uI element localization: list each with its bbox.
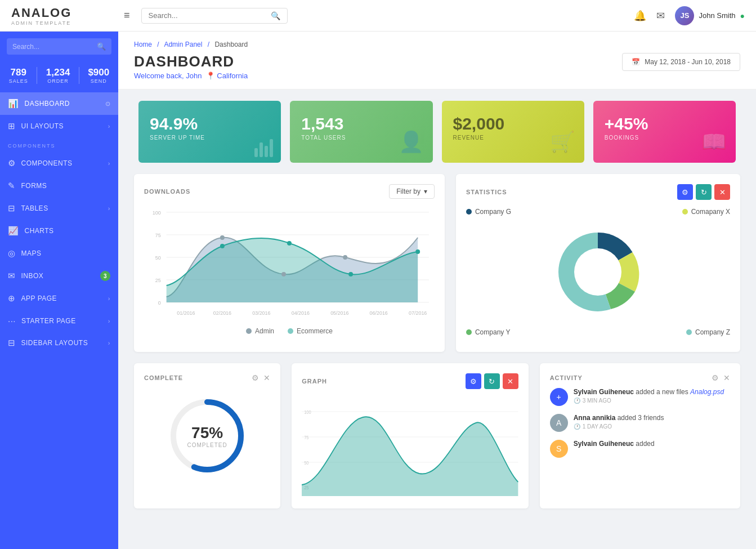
donut-labels-bottom: Company Y Company Z	[466, 328, 730, 336]
activity-time-1: 🕐 3 MIN AGO	[574, 398, 724, 404]
welcome-text: Welcome back, John	[134, 72, 202, 80]
sidebar-item-label-components: COMPONENTS	[21, 159, 73, 167]
breadcrumb-home[interactable]: Home	[134, 41, 152, 48]
sidebar-item-inbox[interactable]: ✉ INBOX 3	[0, 265, 118, 287]
chevron-icon-sidebar: ›	[108, 340, 110, 346]
notification-button[interactable]: 🔔	[634, 10, 646, 22]
company-y-dot	[466, 329, 472, 335]
filter-label: Filter by	[396, 188, 421, 195]
legend-company-x: Comapany X	[682, 208, 730, 216]
company-x-label: Comapany X	[691, 208, 730, 216]
hamburger-button[interactable]: ≡	[124, 10, 130, 21]
svg-point-24	[574, 248, 621, 296]
complete-label: COMPLETED	[187, 442, 227, 448]
donut-labels-top: Company G Comapany X	[466, 208, 730, 216]
refresh-action-btn[interactable]: ↻	[696, 184, 712, 200]
sidebar-item-components[interactable]: ⚙ COMPONENTS ›	[0, 152, 118, 175]
svg-text:50: 50	[155, 255, 161, 261]
settings-action-btn[interactable]: ⚙	[677, 184, 693, 200]
stat-order-value: 1,234	[46, 67, 70, 78]
graph-close-btn[interactable]: ✕	[503, 373, 518, 389]
activity-item-2: A Anna annikia added 3 friends 🕐 1 DAY A…	[550, 414, 730, 432]
stat-send: $900 SEND	[88, 67, 109, 84]
uptime-label: SERVER UP TIME	[150, 135, 270, 141]
complete-settings-btn[interactable]: ⚙	[252, 373, 259, 382]
sidebar-item-app-page[interactable]: ⊕ APP PAGE ›	[0, 287, 118, 310]
tables-icon: ⊟	[8, 203, 16, 213]
svg-text:05/2016: 05/2016	[330, 310, 348, 316]
downloads-title: DOWNLOADS	[144, 188, 190, 195]
complete-percent: 75%	[187, 424, 227, 442]
uptime-bars	[254, 139, 273, 157]
admin-label: Admin	[255, 327, 274, 335]
uptime-value: 94.9%	[150, 114, 270, 133]
downloads-chart-header: DOWNLOADS Filter by ▾	[144, 184, 435, 199]
sidebar-item-label-app: APP PAGE	[21, 294, 57, 302]
svg-text:06/2016: 06/2016	[370, 310, 388, 316]
sidebar-search[interactable]: 🔍	[7, 38, 111, 55]
stat-divider-1	[37, 67, 37, 84]
date-range-button[interactable]: 📅 May 12, 2018 - Jun 10, 2018	[622, 53, 740, 71]
components-icon: ⚙	[8, 158, 16, 168]
charts-row: DOWNLOADS Filter by ▾ 100 75	[134, 174, 740, 352]
inbox-badge: 3	[100, 271, 110, 281]
top-search-box[interactable]: 🔍	[141, 8, 288, 24]
activity-title: ACTIVITY	[550, 374, 583, 381]
admin-dot	[246, 328, 252, 334]
svg-point-21	[287, 241, 292, 246]
sidebar-stats: 789 SALES 1,234 ORDER $900 SEND	[0, 61, 118, 90]
svg-point-18	[281, 272, 286, 276]
svg-text:07/2016: 07/2016	[409, 310, 427, 316]
wave-chart-svg: 100 75 50 25 0 01/2016 02/2016 03/2016 0…	[144, 207, 435, 319]
ecommerce-dot	[288, 328, 293, 334]
sidebar-item-dashboard[interactable]: 📊 DASHBOARD ⊙	[0, 92, 118, 115]
activity-content-3: Sylvain Guiheneuc added	[574, 440, 655, 458]
chevron-icon-app: ›	[108, 295, 110, 302]
filter-button[interactable]: Filter by ▾	[389, 184, 435, 199]
close-action-btn[interactable]: ✕	[714, 184, 730, 200]
sidebar-search-icon: 🔍	[97, 42, 106, 51]
mail-icon: ✉	[656, 10, 665, 21]
user-profile[interactable]: JS John Smith ●	[675, 6, 745, 25]
sidebar-item-maps[interactable]: ◎ MAPS	[0, 242, 118, 265]
sidebar-item-starter[interactable]: ··· STARTER PAGE ›	[0, 310, 118, 332]
graph-settings-btn[interactable]: ⚙	[466, 373, 481, 389]
starter-icon: ···	[8, 316, 16, 325]
svg-text:03/2016: 03/2016	[252, 310, 270, 316]
activity-file-1: Analog.psd	[690, 388, 724, 396]
location-text: California	[217, 72, 248, 80]
sidebar-item-charts[interactable]: 📈 CHARTS	[0, 220, 118, 242]
svg-text:100: 100	[304, 409, 311, 415]
activity-actions: ⚙ ✕	[712, 373, 730, 382]
stat-cards-row: 94.9% SERVER UP TIME 1,543 TOTAL USERS 👤	[134, 101, 740, 163]
bookings-icon: 📖	[701, 130, 727, 154]
sidebar-item-sidebar-layouts[interactable]: ⊟ SIDEBAR LAYOUTS ›	[0, 332, 118, 354]
sidebar-item-forms[interactable]: ✎ FORMS	[0, 175, 118, 197]
chevron-icon-tables: ›	[108, 205, 110, 212]
stat-card-bookings: +45% BOOKINGS 📖	[593, 101, 736, 163]
complete-close-btn[interactable]: ✕	[263, 373, 270, 382]
forms-icon: ✎	[8, 181, 16, 191]
mail-button[interactable]: ✉	[656, 10, 665, 22]
logo-sub: ADMIN TEMPLATE	[11, 20, 124, 26]
legend-company-y: Company Y	[466, 328, 510, 336]
company-y-label: Company Y	[475, 328, 510, 336]
sidebar-search-input[interactable]	[12, 43, 97, 51]
sidebar-item-tables[interactable]: ⊟ TABLES ›	[0, 197, 118, 220]
activity-card: ACTIVITY ⚙ ✕ + Sylvain Guiheneuc added a…	[540, 363, 740, 508]
complete-card: COMPLETE ⚙ ✕ 75% COMPLETED	[134, 363, 280, 508]
activity-close-btn[interactable]: ✕	[723, 373, 730, 382]
time-label-2: 1 DAY AGO	[583, 423, 612, 430]
activity-avatar-3: S	[550, 440, 568, 458]
complete-circle: 75% COMPLETED	[165, 394, 249, 478]
graph-refresh-btn[interactable]: ↻	[484, 373, 500, 389]
activity-content-2: Anna annikia added 3 friends 🕐 1 DAY AGO	[574, 414, 664, 432]
top-search-input[interactable]	[149, 11, 271, 20]
breadcrumb-admin[interactable]: Admin Panel	[164, 41, 202, 48]
svg-text:25: 25	[155, 278, 161, 283]
activity-settings-btn[interactable]: ⚙	[712, 373, 719, 382]
stat-card-revenue: $2,000 REVENUE 🛒	[442, 101, 584, 163]
sidebar-item-label-dashboard: DASHBOARD	[25, 100, 70, 108]
activity-header: ACTIVITY ⚙ ✕	[550, 373, 730, 382]
sidebar-item-ui-layouts[interactable]: ⊞ UI LAYOUTS ›	[0, 115, 118, 137]
